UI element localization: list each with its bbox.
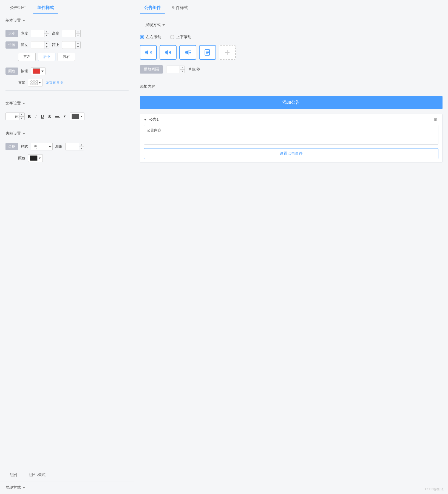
button-color-swatch[interactable]: [31, 67, 46, 75]
right-tab-component-style[interactable]: 组件样式: [167, 2, 192, 14]
playback-value-input[interactable]: 4 ▲ ▼: [166, 66, 185, 73]
width-input[interactable]: 320 ▲ ▼: [31, 30, 49, 37]
width-down[interactable]: ▼: [44, 34, 49, 37]
border-settings-label: 边框设置: [5, 131, 21, 136]
height-down[interactable]: ▼: [76, 34, 80, 37]
border-width-field[interactable]: 1: [66, 143, 79, 150]
icon-btn-document[interactable]: [199, 45, 216, 60]
italic-button[interactable]: I: [34, 114, 38, 119]
font-size-input[interactable]: 12 px ▲ ▼: [5, 113, 25, 120]
announcement-1-content[interactable]: [144, 125, 438, 145]
right-tab-announcement[interactable]: 公告组件: [140, 2, 165, 14]
bottom-section-arrow[interactable]: [22, 487, 25, 489]
height-input[interactable]: 25 ▲ ▼: [62, 30, 81, 37]
playback-up[interactable]: ▲: [180, 66, 185, 70]
height-label: 高度: [52, 31, 59, 36]
background-color-swatch[interactable]: [28, 79, 43, 86]
add-announcement-button[interactable]: 添加公告: [140, 96, 443, 109]
speaker-icon: [164, 49, 172, 56]
left-distance-down[interactable]: ▼: [44, 45, 49, 49]
left-tab-component-style[interactable]: 组件样式: [33, 2, 58, 14]
strikethrough-button[interactable]: S: [47, 114, 52, 119]
font-size-up[interactable]: ▲: [19, 113, 24, 117]
width-spinners[interactable]: ▲ ▼: [44, 30, 49, 37]
left-bottom-tab-bar: 组件 组件样式: [0, 469, 134, 481]
height-field[interactable]: 25: [62, 30, 75, 37]
left-tab-announcement[interactable]: 公告组件: [5, 2, 31, 14]
border-width-up[interactable]: ▲: [79, 143, 84, 147]
button-color-arrow: [41, 71, 44, 72]
left-distance-up[interactable]: ▲: [44, 41, 49, 45]
align-dropdown-arrow[interactable]: ▼: [63, 114, 66, 118]
left-distance-input[interactable]: ▲ ▼: [31, 41, 49, 49]
border-width-input[interactable]: 1 ▲ ▼: [65, 143, 84, 150]
height-up[interactable]: ▲: [76, 30, 80, 34]
width-label: 宽度: [21, 31, 28, 36]
left-right-scroll-radio[interactable]: [140, 35, 144, 39]
top-distance-down[interactable]: ▼: [76, 45, 80, 49]
align-buttons-group: 置左 居中 置右: [18, 53, 75, 61]
left-right-scroll-label: 左右滚动: [146, 35, 161, 40]
left-distance-label: 距左: [21, 43, 28, 47]
border-settings-content: 边框 样式 无 粗细 1 ▲ ▼ 颜色: [0, 140, 134, 170]
align-center-button[interactable]: 居中: [38, 53, 55, 61]
top-distance-spinners[interactable]: ▲ ▼: [75, 41, 80, 49]
up-down-scroll-option[interactable]: 上下滚动: [170, 35, 191, 40]
text-settings-arrow[interactable]: [22, 103, 25, 104]
underline-button[interactable]: U: [40, 114, 45, 119]
font-size-down[interactable]: ▼: [19, 117, 24, 120]
announcement-1-delete-icon[interactable]: 🗑: [433, 117, 438, 122]
icon-btn-speaker[interactable]: [160, 45, 177, 60]
playback-value-field[interactable]: 4: [166, 66, 180, 73]
icon-btn-add[interactable]: [219, 45, 236, 60]
watermark: CSDN@悟.法: [425, 487, 444, 491]
background-row: 背景 设置背景图: [5, 79, 129, 86]
left-distance-spinners[interactable]: ▲ ▼: [44, 41, 49, 49]
left-right-scroll-option[interactable]: 左右滚动: [140, 35, 161, 40]
align-row: 置左 居中 置右: [5, 53, 129, 61]
basic-settings-content: 大小 宽度 320 ▲ ▼ 高度 25 ▲ ▼ 位置 距左: [0, 27, 134, 97]
align-line-2: [55, 116, 59, 117]
right-content: 展现方式 左右滚动 上下滚动: [134, 14, 448, 494]
bottom-section-label: 展现方式: [5, 485, 21, 490]
display-mode-arrow[interactable]: [162, 24, 165, 26]
border-color-swatch[interactable]: [28, 154, 43, 162]
icon-btn-megaphone[interactable]: [179, 45, 196, 60]
add-content-header: 添加内容: [140, 82, 443, 92]
announcement-1-title: 公告1: [149, 117, 159, 122]
left-distance-field[interactable]: [31, 41, 44, 49]
border-row: 边框 样式 无 粗细 1 ▲ ▼: [5, 143, 129, 150]
width-field[interactable]: 320: [31, 30, 44, 37]
border-width-spinners[interactable]: ▲ ▼: [79, 143, 84, 150]
width-up[interactable]: ▲: [44, 30, 49, 34]
playback-spinners[interactable]: ▲ ▼: [180, 66, 185, 73]
up-down-scroll-radio[interactable]: [170, 35, 174, 39]
border-width-down[interactable]: ▼: [79, 147, 84, 150]
button-color-box: [33, 68, 40, 74]
text-format-row: 12 px ▲ ▼ B I U S ▼: [5, 113, 129, 120]
border-style-select[interactable]: 无: [31, 143, 53, 150]
font-size-field[interactable]: 12: [6, 113, 15, 120]
size-badge: 大小: [5, 30, 18, 37]
right-divider-1: [140, 79, 443, 79]
playback-down[interactable]: ▼: [180, 70, 185, 73]
set-background-image-link[interactable]: 设置背景图: [46, 80, 63, 85]
bold-button[interactable]: B: [27, 114, 32, 119]
text-color-swatch[interactable]: [70, 113, 84, 120]
bottom-tab-component[interactable]: 组件: [5, 469, 22, 481]
height-spinners[interactable]: ▲ ▼: [75, 30, 80, 37]
align-left-button[interactable]: 置左: [18, 53, 36, 61]
top-distance-up[interactable]: ▲: [76, 41, 80, 45]
top-distance-input[interactable]: 0 ▲ ▼: [62, 41, 81, 49]
font-size-spinners[interactable]: ▲ ▼: [19, 113, 24, 120]
text-align-icon[interactable]: [54, 114, 61, 119]
bottom-tab-component-style[interactable]: 组件样式: [25, 469, 50, 481]
align-right-button[interactable]: 置右: [58, 53, 75, 61]
announcement-1-expand-icon[interactable]: [144, 119, 147, 120]
border-settings-arrow[interactable]: [22, 133, 25, 134]
icon-btn-mute[interactable]: [140, 45, 157, 60]
top-distance-field[interactable]: 0: [62, 41, 75, 49]
basic-settings-arrow[interactable]: [22, 20, 25, 21]
set-click-event-button[interactable]: 设置点击事件: [144, 148, 438, 159]
playback-row: 播放间隔 4 ▲ ▼ 单位:秒: [140, 65, 443, 74]
